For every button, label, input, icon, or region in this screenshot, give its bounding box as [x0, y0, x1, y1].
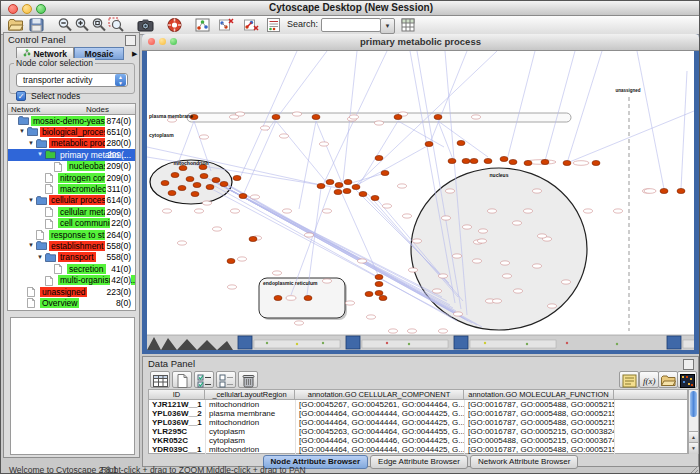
network-node[interactable] [212, 177, 220, 182]
hide-selected-nodes-icon[interactable] [218, 17, 236, 33]
network-node-label[interactable] [644, 189, 656, 194]
expand-triangle-icon[interactable]: ▼ [28, 242, 34, 248]
network-node-small[interactable] [230, 115, 239, 119]
open-icon[interactable] [7, 17, 25, 33]
network-node-small[interactable] [231, 209, 240, 213]
tree-row-biological-process[interactable]: ▼biological_process651(0) [8, 126, 135, 137]
select-nodes-checkbox[interactable]: ✓ [16, 91, 26, 101]
expand-triangle-icon[interactable]: ▼ [37, 254, 43, 260]
network-node[interactable] [161, 180, 169, 185]
network-node[interactable] [171, 172, 179, 177]
tree-row-cell-communica-[interactable]: cell communica...22(0) [8, 218, 135, 229]
network-overview-icon[interactable] [194, 17, 212, 33]
tree-row-establishment-of-lo-[interactable]: ▼establishment of lo...558(0) [8, 240, 135, 251]
network-node[interactable] [524, 160, 532, 165]
network-node[interactable] [233, 175, 241, 180]
tree-row-metabolic-process[interactable]: ▼metabolic process280(0) [8, 138, 135, 149]
network-node[interactable] [168, 190, 176, 195]
zoom-out-icon[interactable] [57, 17, 75, 33]
network-node[interactable] [206, 184, 214, 189]
network-node[interactable] [375, 281, 383, 286]
network-node-small[interactable] [548, 304, 557, 308]
tree-row-cellular-process[interactable]: ▼cellular process614(0) [8, 195, 135, 206]
network-node-small[interactable] [228, 285, 237, 289]
network-node[interactable] [677, 188, 685, 193]
form-edit-icon[interactable] [619, 371, 639, 388]
hide-selected-edges-icon[interactable] [243, 17, 261, 33]
network-node[interactable] [239, 193, 247, 198]
network-node-small[interactable] [503, 274, 512, 278]
network-node-small[interactable] [178, 241, 187, 245]
network-node-small[interactable] [463, 225, 472, 229]
network-node-small[interactable] [488, 209, 497, 213]
network-node-label[interactable] [573, 161, 589, 166]
network-node-small[interactable] [473, 259, 482, 263]
dropdown-stepper-icon[interactable]: ▲▼ [115, 74, 126, 86]
birdseye-view[interactable] [10, 317, 135, 455]
network-node[interactable] [334, 189, 342, 194]
open-attribute-icon[interactable] [658, 371, 678, 388]
tree-row-multi-organism-pro-[interactable]: multi-organism pro...42(0) [8, 275, 135, 286]
function-icon[interactable]: f(x) [639, 371, 659, 388]
column-header-annotation-go-cellular-component[interactable]: annotation.GO CELLULAR_COMPONENT [295, 389, 464, 400]
network-node[interactable] [563, 160, 571, 165]
network-node-small[interactable] [403, 214, 412, 218]
table-scrollbar[interactable]: ▲ ▼ [688, 389, 699, 454]
network-node-small[interactable] [442, 216, 451, 220]
network-node[interactable] [344, 179, 352, 184]
search-input[interactable] [321, 18, 381, 32]
network-node[interactable] [660, 188, 668, 193]
network-node[interactable] [379, 295, 387, 300]
network-node-small[interactable] [433, 289, 442, 293]
network-node-small[interactable] [295, 321, 304, 325]
network-window-titlebar[interactable]: primary metabolic process [142, 34, 699, 51]
network-node[interactable] [470, 158, 478, 163]
scroll-down-icon[interactable]: ▼ [689, 442, 698, 454]
tree-row-transport[interactable]: ▼transport558(0) [8, 252, 135, 263]
tree-row-unassigned[interactable]: unassigned223(0) [8, 286, 135, 297]
network-node-small[interactable] [538, 234, 547, 238]
expand-triangle-icon[interactable]: ▼ [19, 128, 25, 134]
nucleus-region[interactable] [411, 168, 587, 330]
network-node-small[interactable] [320, 142, 329, 146]
tree-row-nucleobase-c-[interactable]: nucleobase-c...209(0) [8, 161, 135, 172]
network-node[interactable] [375, 274, 383, 279]
zoom-in-icon[interactable] [74, 17, 92, 33]
help-icon[interactable] [166, 17, 184, 33]
column-header-annotation-go-molecular-function[interactable]: annotation.GO MOLECULAR_FUNCTION [464, 389, 614, 400]
select-attributes-icon[interactable] [194, 371, 214, 388]
data-panel-float-icon[interactable] [683, 359, 694, 370]
network-node[interactable] [312, 114, 320, 119]
network-node-small[interactable] [513, 221, 522, 225]
network-node-small[interactable] [454, 312, 463, 316]
network-node[interactable] [425, 141, 433, 146]
network-node-small[interactable] [439, 329, 448, 333]
network-node-small[interactable] [383, 204, 392, 208]
network-node[interactable] [484, 158, 492, 163]
network-node-small[interactable] [493, 299, 502, 303]
network-node[interactable] [394, 114, 402, 119]
network-node[interactable] [186, 176, 194, 181]
network-node[interactable] [335, 182, 343, 187]
matrix-icon[interactable] [677, 371, 697, 388]
zoom-fit-icon[interactable] [91, 17, 109, 33]
network-node[interactable] [375, 290, 383, 295]
tree-row-primary-metabo-[interactable]: ▼primary metabo...209(... [8, 149, 135, 160]
import-table-icon[interactable] [400, 17, 418, 33]
network-node-small[interactable] [261, 126, 270, 130]
network-node[interactable] [592, 160, 600, 165]
network-node-small[interactable] [584, 209, 593, 213]
network-node-small[interactable] [501, 261, 510, 265]
network-node[interactable] [317, 183, 325, 188]
tree-row-secretion[interactable]: secretion41(0) [8, 263, 135, 274]
float-panel-icon[interactable] [125, 35, 136, 46]
network-canvas[interactable]: plasma membranecytoplasmmitochondrionnuc… [147, 51, 694, 350]
network-node-small[interactable] [398, 184, 407, 188]
network-node[interactable] [304, 295, 312, 300]
network-node[interactable] [178, 185, 186, 190]
network-node-small[interactable] [200, 135, 209, 139]
network-node-small[interactable] [358, 259, 367, 263]
network-node-label[interactable] [286, 296, 296, 301]
snapshot-icon[interactable] [137, 17, 155, 33]
network-node-small[interactable] [323, 279, 332, 283]
